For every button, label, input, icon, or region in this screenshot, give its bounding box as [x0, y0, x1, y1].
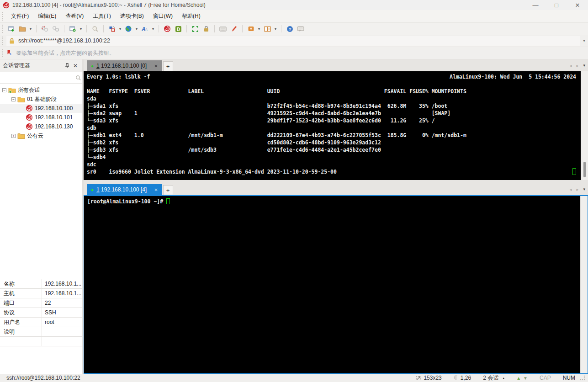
menu-window[interactable]: 窗口(W) [148, 11, 177, 22]
tile-layout-button[interactable] [262, 24, 272, 34]
color-scheme-dropdown[interactable]: ▾ [118, 27, 122, 31]
tab-scroll-left-icon[interactable]: ◂ [569, 187, 572, 192]
session-search-icon[interactable] [74, 75, 82, 81]
menu-tab[interactable]: 选项卡(B) [116, 11, 148, 22]
tree-label[interactable]: 所有会话 [18, 86, 40, 94]
xshell-app-button[interactable] [162, 24, 172, 34]
tab-scroll-left-icon[interactable]: ◂ [569, 63, 572, 68]
property-row-host[interactable]: 主机 192.168.10.1... [0, 289, 84, 298]
session-search-input[interactable] [0, 72, 74, 83]
font-dropdown[interactable]: ▾ [151, 27, 155, 31]
help-button[interactable]: ? [285, 24, 295, 34]
addressbar-grip[interactable] [2, 37, 4, 45]
fullscreen-button[interactable] [190, 24, 200, 34]
tab-scroll-right-icon[interactable]: ▸ [576, 187, 578, 192]
new-file-dropdown[interactable]: ▾ [257, 27, 261, 31]
menu-file[interactable]: 文件(F) [6, 11, 33, 22]
property-value[interactable]: 192.168.10.1... [42, 281, 84, 287]
session-properties-button[interactable] [68, 24, 78, 34]
collapse-icon[interactable]: − [2, 88, 6, 92]
menu-help[interactable]: 帮助(H) [177, 11, 205, 22]
close-button[interactable]: ✕ [567, 0, 588, 10]
property-row-protocol[interactable]: 协议 SSH [0, 308, 84, 318]
tree-node-session-130[interactable]: 192.168.10.130 [0, 122, 82, 131]
address-dropdown[interactable]: ▾ [580, 36, 588, 46]
tree-node-session-101[interactable]: 192.168.10.101 [0, 113, 82, 122]
web-browser-button[interactable] [123, 24, 133, 34]
toolbar-grip[interactable] [2, 25, 4, 33]
menu-view[interactable]: 查看(V) [61, 11, 88, 22]
open-session-button[interactable] [17, 24, 27, 34]
maximize-button[interactable]: □ [546, 0, 567, 10]
lock-screen-button[interactable] [201, 24, 211, 34]
tree-node-all-sessions[interactable]: − 所有会话 [0, 85, 82, 95]
property-value[interactable]: 192.168.10.1... [42, 290, 84, 297]
virtual-keyboard-button[interactable] [218, 24, 228, 34]
close-panel-icon[interactable]: ✕ [71, 62, 79, 70]
collapse-icon[interactable]: − [11, 97, 16, 101]
tile-layout-dropdown[interactable]: ▾ [273, 27, 278, 31]
property-value[interactable]: root [42, 319, 84, 325]
highlighter-button[interactable] [229, 24, 239, 34]
tree-label[interactable]: 192.168.10.100 [35, 105, 73, 111]
pane-splitter[interactable] [84, 180, 588, 183]
tab-list-dropdown-icon[interactable]: ▾ [583, 63, 585, 68]
session-count-dropdown-icon[interactable]: ▴ [503, 376, 504, 380]
new-file-button[interactable] [246, 24, 256, 34]
property-row-port[interactable]: 端口 22 [0, 298, 84, 308]
tree-label[interactable]: 192.168.10.101 [35, 114, 73, 121]
terminal-shell[interactable]: [root@AlmaLinux9-100 ~]# [84, 196, 588, 374]
download-arrow-icon[interactable]: ▼ [523, 376, 528, 381]
new-tab-button[interactable]: + [163, 185, 173, 195]
tab-session-active[interactable]: ● 1 192.168.10.100 [4] ✕ [87, 184, 162, 195]
tree-label[interactable]: 公有云 [27, 132, 43, 140]
tree-node-folder-cloud[interactable]: + 公有云 [0, 131, 82, 140]
menu-tools[interactable]: 工具(T) [88, 11, 115, 22]
tab-session-watch[interactable]: ● 1 192.168.10.100 [0] ✕ [87, 60, 162, 71]
tree-label[interactable]: 01 基础阶段 [27, 96, 57, 103]
add-session-flag-icon[interactable] [6, 50, 13, 56]
tree-label[interactable]: 192.168.10.130 [35, 123, 73, 130]
menubar-grip[interactable] [2, 12, 4, 21]
color-scheme-button[interactable] [107, 24, 117, 34]
font-button[interactable]: AA [140, 24, 150, 34]
tab-list-dropdown-icon[interactable]: ▾ [583, 187, 585, 191]
infobar-grip[interactable] [2, 49, 4, 57]
property-row-username[interactable]: 用户名 root [0, 318, 84, 327]
property-value[interactable]: SSH [42, 309, 84, 316]
new-tab-button[interactable]: + [163, 61, 173, 71]
property-row-description[interactable]: 说明 [0, 327, 84, 337]
tree-node-session-100[interactable]: 192.168.10.100 [0, 104, 82, 113]
expand-icon[interactable]: + [11, 134, 16, 138]
terminal-cursor [572, 168, 576, 175]
new-session-button[interactable] [6, 24, 16, 34]
tab-scroll-right-icon[interactable]: ▸ [576, 63, 578, 68]
pin-panel-icon[interactable] [63, 62, 71, 70]
address-url[interactable]: ssh://root:******@192.168.10.100:22 [18, 37, 110, 44]
open-session-dropdown[interactable]: ▾ [28, 27, 33, 31]
terminal-watch[interactable]: Every 1.0s: lsblk -f AlmaLinux9-100: Wed… [84, 71, 588, 180]
upload-arrow-icon[interactable]: ▲ [516, 376, 521, 381]
property-value[interactable]: 22 [42, 300, 84, 306]
terminal-shell-scrollbar[interactable] [580, 196, 588, 373]
tree-node-folder-basic[interactable]: − 01 基础阶段 [0, 95, 82, 104]
resize-grip[interactable] [580, 375, 585, 381]
feedback-button[interactable] [296, 24, 306, 34]
find-button[interactable] [90, 24, 100, 34]
tab-status-dot: ● [91, 187, 94, 192]
terminal-watch-scrollbar[interactable] [581, 71, 588, 180]
property-row-name[interactable]: 名称 192.168.10.1... [0, 279, 84, 289]
menu-edit[interactable]: 编辑(E) [33, 11, 61, 22]
session-properties-dropdown[interactable]: ▾ [79, 27, 83, 31]
status-session-count[interactable]: 2 会话 ▴ [483, 374, 504, 382]
xftp-app-button[interactable]: D [173, 24, 183, 34]
tab-close-icon[interactable]: ✕ [154, 64, 158, 69]
reconnect-button[interactable] [51, 24, 61, 34]
scrollbar-thumb[interactable] [583, 162, 586, 177]
web-browser-dropdown[interactable]: ▾ [134, 27, 139, 31]
main-area: 会话管理器 ✕ − 所有会话 − 01 基础阶段 [0, 59, 588, 374]
tab-close-icon[interactable]: ✕ [154, 187, 158, 192]
address-field[interactable]: ssh://root:******@192.168.10.100:22 [6, 36, 580, 46]
minimize-button[interactable]: — [525, 0, 546, 10]
disconnect-button[interactable] [40, 24, 50, 34]
